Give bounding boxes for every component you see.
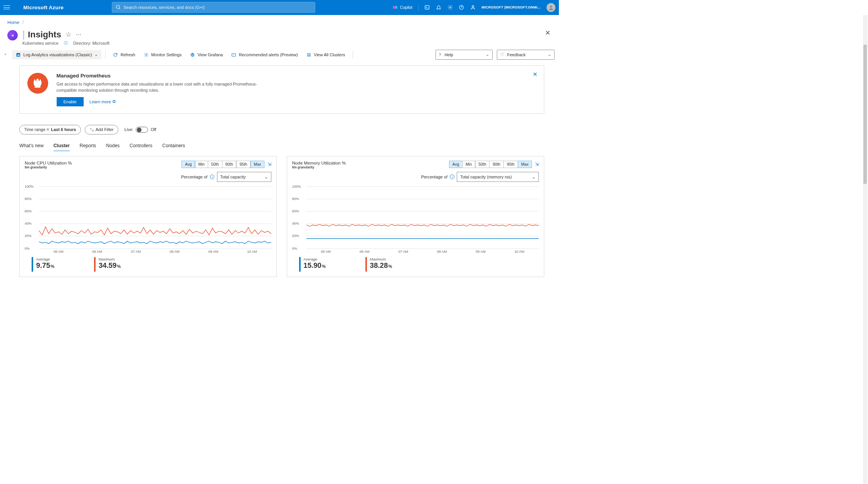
view-all-clusters-button[interactable]: View All Clusters — [303, 50, 349, 59]
topbar-right: Copilot MICROSOFT (MICROSOFT.ONMI... — [392, 3, 555, 12]
x-tick: 09 AM — [476, 250, 486, 254]
y-tick: 60% — [292, 209, 299, 213]
y-tick: 40% — [25, 222, 32, 225]
chart-granularity: 5m granularity — [25, 165, 72, 169]
y-tick: 0% — [25, 247, 30, 250]
tab-nodes[interactable]: Nodes — [106, 141, 119, 151]
agg-min[interactable]: Min — [195, 161, 208, 168]
pin-icon[interactable]: ⇲ — [267, 161, 271, 167]
agg-50th[interactable]: 50th — [475, 161, 490, 168]
live-toggle[interactable] — [136, 127, 148, 133]
banner-body: Get access to higher performance data an… — [57, 81, 263, 94]
y-tick: 20% — [25, 234, 32, 238]
expand-sidebar-icon[interactable]: » — [5, 52, 10, 57]
stat-unit: % — [117, 264, 121, 269]
cloud-shell-icon[interactable] — [424, 5, 430, 10]
add-filter-pill[interactable]: ⁺ᵧ Add Filter — [85, 125, 118, 134]
svg-rect-3 — [395, 6, 397, 9]
prometheus-icon — [27, 73, 48, 94]
feedback-dropdown[interactable]: ♡Feedback ⌄ — [497, 50, 554, 60]
x-tick: 08 AM — [170, 250, 180, 254]
feedback-person-icon[interactable] — [470, 5, 476, 10]
copilot-button[interactable]: Copilot — [392, 5, 412, 10]
enable-button[interactable]: Enable — [57, 97, 84, 107]
banner-close-icon[interactable]: ✕ — [533, 71, 538, 78]
breadcrumb-home[interactable]: Home — [7, 20, 19, 25]
chevron-down-icon: ⌄ — [548, 52, 551, 57]
account-label[interactable]: MICROSOFT (MICROSOFT.ONMI... — [481, 5, 540, 9]
info-icon[interactable]: i — [450, 175, 454, 179]
time-range-pill[interactable]: Time range = Last 6 hours — [19, 125, 81, 134]
learn-more-label: Learn more — [89, 99, 111, 104]
svg-rect-11 — [18, 54, 19, 56]
capacity-select-value: Total capacity (memory rss) — [460, 175, 512, 179]
agg-50th[interactable]: 50th — [208, 161, 222, 168]
search-icon — [116, 5, 121, 10]
x-tick: 08 AM — [437, 250, 447, 254]
y-tick: 0% — [292, 247, 297, 250]
tab-reports[interactable]: Reports — [80, 141, 96, 151]
live-state: Off — [151, 127, 156, 132]
notifications-icon[interactable] — [436, 5, 441, 10]
page-header: ⎈ | Insights ☆ ⋯ Kubernetes service ⓘ Di… — [0, 27, 559, 47]
agg-95th[interactable]: 95th — [503, 161, 518, 168]
max-color-bar — [94, 257, 96, 271]
prometheus-banner: Managed Prometheus Get access to higher … — [19, 66, 544, 114]
brand-label[interactable]: Microsoft Azure — [24, 5, 64, 10]
stat-avg-label: Average — [303, 257, 326, 261]
tab-controllers[interactable]: Controllers — [130, 141, 152, 151]
directory-label: Directory: Microsoft — [73, 41, 109, 45]
stat-max-label: Maximum — [99, 257, 121, 261]
agg-min[interactable]: Min — [462, 161, 475, 168]
search-input[interactable] — [124, 5, 311, 10]
monitor-settings-button[interactable]: Monitor Settings — [140, 50, 185, 59]
visualization-mode-dropdown[interactable]: Log Analytics visualizations (Classic) ⌄ — [12, 50, 101, 59]
settings-gear-icon[interactable] — [447, 5, 453, 10]
learn-more-link[interactable]: Learn more ⧉ — [89, 99, 116, 104]
help-dropdown[interactable]: ?Help ⌄ — [436, 50, 493, 60]
tab-cluster[interactable]: Cluster — [54, 141, 70, 151]
global-search[interactable] — [112, 2, 315, 13]
agg-90th[interactable]: 90th — [222, 161, 236, 168]
capacity-select[interactable]: Total capacity (memory rss) ⌄ — [457, 172, 539, 182]
refresh-button[interactable]: Refresh — [109, 50, 139, 59]
x-tick: 10 AM — [515, 250, 525, 254]
chevron-down-icon: ⌄ — [264, 175, 268, 180]
x-axis: 05 AM06 AM07 AM08 AM09 AM10 AM — [39, 250, 271, 254]
svg-point-5 — [449, 7, 451, 8]
y-tick: 100% — [25, 185, 34, 188]
avatar[interactable] — [547, 3, 555, 12]
more-ellipsis-icon[interactable]: ⋯ — [76, 32, 81, 38]
agg-max[interactable]: Max — [251, 161, 265, 168]
series-maximum — [306, 224, 539, 226]
agg-avg[interactable]: Avg — [182, 161, 195, 168]
help-icon[interactable] — [459, 5, 464, 10]
azure-topbar: Microsoft Azure Copilot MICROSOFT (MICRO… — [0, 0, 559, 15]
tab-containers[interactable]: Containers — [162, 141, 185, 151]
chevron-right-icon: 〉 — [22, 19, 27, 25]
svg-rect-20 — [35, 86, 40, 87]
view-grafana-button[interactable]: View Grafana — [187, 50, 226, 59]
menu-toggle-icon[interactable] — [3, 4, 10, 11]
agg-90th[interactable]: 90th — [489, 161, 503, 168]
monitor-settings-label: Monitor Settings — [151, 52, 182, 57]
close-blade-icon[interactable]: ✕ — [545, 29, 550, 37]
svg-point-16 — [307, 53, 308, 54]
agg-max[interactable]: Max — [518, 161, 532, 168]
info-icon[interactable]: i — [210, 175, 215, 179]
x-tick: 05 AM — [54, 250, 64, 254]
stat-avg-value: 15.90 — [303, 261, 321, 269]
page-title: Insights — [28, 30, 61, 40]
visualization-mode-label: Log Analytics visualizations (Classic) — [24, 52, 92, 57]
stat-max-value: 38.28 — [370, 261, 388, 269]
favorite-star-icon[interactable]: ☆ — [66, 30, 71, 39]
tab-what-s-new[interactable]: What's new — [19, 141, 44, 151]
capacity-select[interactable]: Total capacity ⌄ — [217, 172, 272, 182]
recommended-alerts-button[interactable]: Recommended alerts (Preview) — [228, 50, 301, 59]
stat-max-value: 34.59 — [99, 261, 117, 269]
chart-stats: Average 9.75% Maximum 34.59% — [32, 257, 271, 271]
agg-avg[interactable]: Avg — [449, 161, 463, 168]
svg-point-19 — [310, 55, 310, 56]
agg-95th[interactable]: 95th — [236, 161, 251, 168]
pin-icon[interactable]: ⇲ — [535, 161, 539, 167]
